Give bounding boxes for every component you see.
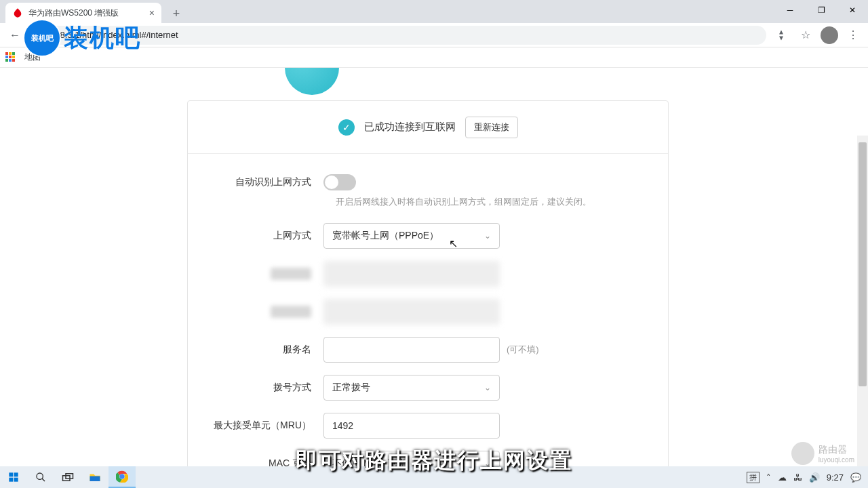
tab-close-icon[interactable]: ×: [149, 7, 155, 18]
page-content: ✓ 已成功连接到互联网 重新连接 自动识别上网方式 开启后网线接入时将自动识别上…: [0, 68, 868, 488]
subtitle-caption: 即可对路由器进行上网设置: [296, 446, 572, 476]
chevron-down-icon: ⌄: [484, 383, 491, 392]
svg-rect-1: [14, 472, 18, 476]
logo-circle-icon: 装机吧: [23, 19, 61, 57]
conn-type-value: 宽带帐号上网（PPPoE）: [332, 230, 439, 242]
internet-settings-form: 自动识别上网方式 开启后网线接入时将自动识别上网方式，组网固定后，建议关闭。 上…: [188, 154, 668, 488]
reconnect-button[interactable]: 重新连接: [465, 117, 518, 138]
search-button[interactable]: [27, 466, 54, 488]
tab-title: 华为路由WS5200 增强版: [28, 7, 119, 19]
huawei-favicon-icon: [12, 7, 23, 18]
new-tab-button[interactable]: +: [167, 4, 186, 23]
watermark-logo: 装机吧 装机吧: [23, 19, 141, 57]
service-label: 服务名: [188, 344, 323, 356]
service-hint: (可不填): [507, 344, 539, 356]
blurred-account-field[interactable]: [323, 261, 500, 287]
chrome-button[interactable]: [108, 466, 136, 488]
bookmark-star-icon[interactable]: ☆: [796, 26, 815, 45]
window-maximize-button[interactable]: ❐: [806, 0, 837, 20]
mru-label: 最大接受单元（MRU）: [188, 420, 323, 432]
service-input[interactable]: [323, 337, 500, 363]
logo-text: 装机吧: [64, 22, 141, 55]
volume-icon[interactable]: 🔊: [809, 472, 820, 483]
globe-icon: [285, 68, 339, 95]
check-icon: ✓: [338, 119, 355, 136]
clock[interactable]: 9:27: [827, 472, 844, 483]
file-explorer-button[interactable]: [81, 466, 108, 488]
settings-card: ✓ 已成功连接到互联网 重新连接 自动识别上网方式 开启后网线接入时将自动识别上…: [187, 100, 669, 488]
svg-rect-3: [14, 478, 18, 482]
svg-point-4: [37, 473, 43, 479]
window-minimize-button[interactable]: ─: [774, 0, 806, 20]
network-icon[interactable]: 🖧: [793, 472, 802, 483]
mru-input[interactable]: 1492: [323, 413, 500, 439]
back-button[interactable]: ←: [5, 26, 24, 45]
dial-value: 正常拨号: [332, 382, 370, 394]
auto-detect-toggle[interactable]: [323, 174, 356, 190]
svg-rect-0: [9, 472, 13, 476]
dial-select[interactable]: 正常拨号 ⌄: [323, 375, 500, 401]
vertical-scrollbar-thumb[interactable]: [859, 142, 867, 386]
watermark-sub: luyouqi.com: [818, 456, 854, 464]
auto-detect-note: 开启后网线接入时将自动识别上网方式，组网固定后，建议关闭。: [336, 196, 668, 208]
blurred-password-field[interactable]: [323, 299, 500, 325]
onedrive-icon[interactable]: ☁: [778, 472, 787, 483]
ime-indicator[interactable]: 拼: [747, 472, 760, 483]
auto-detect-label: 自动识别上网方式: [188, 176, 323, 188]
profile-avatar[interactable]: [821, 26, 838, 44]
menu-icon[interactable]: ⋮: [844, 26, 863, 45]
status-text: 已成功连接到互联网: [364, 121, 456, 134]
connection-status-row: ✓ 已成功连接到互联网 重新连接: [188, 101, 668, 154]
translate-icon[interactable]: [772, 26, 791, 45]
svg-point-9: [119, 474, 125, 479]
notifications-icon[interactable]: 💬: [850, 472, 861, 483]
watermark-text: 路由器: [818, 444, 854, 456]
watermark-circle-icon: [791, 442, 814, 465]
dial-label: 拨号方式: [188, 382, 323, 394]
blurred-account-label: [271, 268, 311, 280]
svg-rect-2: [9, 478, 13, 482]
apps-icon[interactable]: [5, 52, 16, 63]
start-button[interactable]: [0, 466, 27, 488]
conn-type-select[interactable]: 宽带帐号上网（PPPoE） ⌄: [323, 223, 500, 249]
task-view-button[interactable]: [54, 466, 81, 488]
chevron-down-icon: ⌄: [484, 231, 491, 241]
svg-line-5: [42, 479, 45, 481]
tray-chevron-icon[interactable]: ˄: [766, 472, 771, 483]
window-close-button[interactable]: ✕: [837, 0, 868, 20]
conn-type-label: 上网方式: [188, 230, 323, 242]
blurred-password-label: [271, 306, 311, 318]
bottom-right-watermark: 路由器 luyouqi.com: [791, 442, 854, 465]
